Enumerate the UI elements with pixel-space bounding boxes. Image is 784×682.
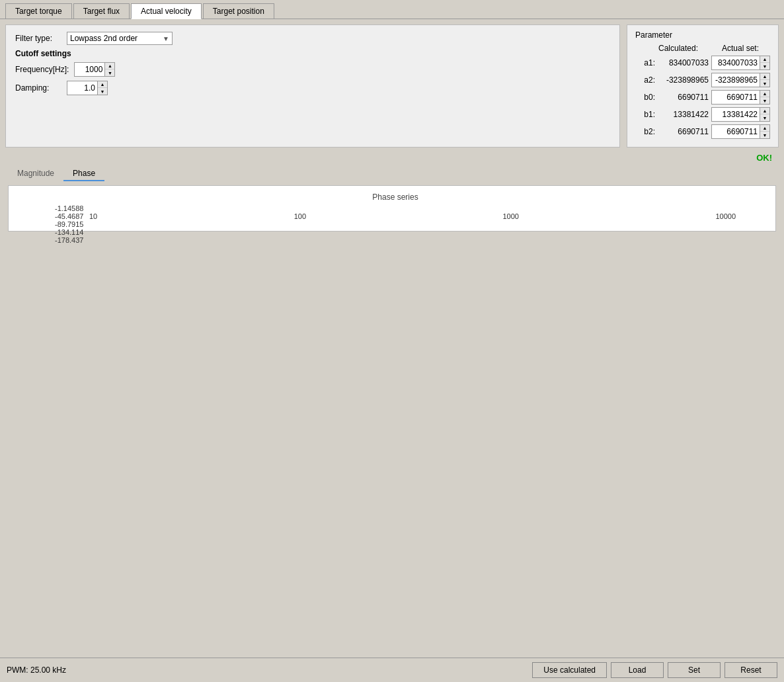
damping-spinner[interactable]: ▲ ▼ [97, 81, 107, 95]
y-label-0: -1.14588 [55, 204, 83, 212]
param-input-wrap-2[interactable]: ▲ ▼ [711, 90, 770, 105]
top-panel: Filter type: Lowpass 2nd order ▼ Cutoff … [5, 24, 779, 148]
parameter-title: Parameter [635, 30, 770, 40]
parameter-box: Parameter Calculated: Actual set: a1: 83… [627, 24, 779, 148]
x-label-1: 100 [294, 212, 306, 220]
damping-down-btn[interactable]: ▼ [98, 88, 107, 95]
param-up-1[interactable]: ▲ [760, 73, 769, 80]
tab-target-position[interactable]: Target position [203, 3, 274, 19]
param-up-0[interactable]: ▲ [760, 56, 769, 63]
load-button[interactable]: Load [611, 662, 664, 678]
param-calc-1: -323898965 [658, 75, 709, 85]
param-down-2[interactable]: ▼ [760, 97, 769, 104]
param-down-1[interactable]: ▼ [760, 80, 769, 87]
param-input-4[interactable] [712, 126, 760, 137]
param-calc-4: 6690711 [658, 127, 709, 136]
chart-tab-magnitude[interactable]: Magnitude [8, 167, 63, 181]
chart-container: Phase series -1.14588 -45.4687 -89.7915 … [8, 185, 776, 232]
frequency-up-btn[interactable]: ▲ [105, 63, 114, 69]
param-row-2: b0: 6690711 ▲ ▼ [635, 90, 770, 105]
param-spinner-2[interactable]: ▲ ▼ [760, 91, 769, 104]
tab-target-torque[interactable]: Target torque [5, 3, 72, 19]
param-spinner-0[interactable]: ▲ ▼ [760, 56, 769, 69]
param-row-4: b2: 6690711 ▲ ▼ [635, 124, 770, 139]
filter-type-value: Lowpass 2nd order [70, 34, 163, 43]
ok-label: OK! [5, 153, 779, 163]
param-up-4[interactable]: ▲ [760, 125, 769, 132]
param-name-4: b2: [635, 127, 655, 136]
frequency-input-wrapper[interactable]: ▲ ▼ [74, 62, 115, 77]
tab-actual-velocity[interactable]: Actual velocity [131, 3, 202, 19]
param-input-3[interactable] [712, 109, 760, 120]
filter-type-row: Filter type: Lowpass 2nd order ▼ [15, 32, 610, 45]
parameter-rows: a1: 834007033 ▲ ▼ a2: -323898965 ▲ ▼ b0:… [635, 56, 770, 139]
set-button[interactable]: Set [668, 662, 721, 678]
param-calc-2: 6690711 [658, 93, 709, 102]
chart-wrap: Phase series -1.14588 -45.4687 -89.7915 … [5, 185, 779, 652]
bottom-bar: PWM: 25.00 kHz Use calculated Load Set R… [0, 658, 784, 682]
frequency-label: Frequency[Hz]: [15, 65, 69, 74]
x-label-0: 10 [89, 212, 97, 220]
frequency-row: Frequency[Hz]: ▲ ▼ [15, 62, 610, 77]
damping-row: Damping: ▲ ▼ [15, 81, 610, 95]
chart-tabs: Magnitude Phase [8, 167, 779, 181]
x-label-3: 10000 [715, 212, 736, 220]
param-down-0[interactable]: ▼ [760, 63, 769, 69]
content-area: Filter type: Lowpass 2nd order ▼ Cutoff … [0, 19, 784, 658]
y-label-4: -178.437 [55, 236, 83, 244]
damping-input[interactable] [67, 83, 97, 93]
param-input-wrap-4[interactable]: ▲ ▼ [711, 124, 770, 139]
param-row-3: b1: 13381422 ▲ ▼ [635, 107, 770, 122]
use-calculated-button[interactable]: Use calculated [532, 662, 607, 678]
filter-box: Filter type: Lowpass 2nd order ▼ Cutoff … [5, 24, 620, 148]
frequency-spinner[interactable]: ▲ ▼ [104, 63, 114, 76]
param-spinner-3[interactable]: ▲ ▼ [760, 108, 769, 121]
dropdown-arrow-icon: ▼ [163, 35, 169, 42]
param-input-wrap-3[interactable]: ▲ ▼ [711, 107, 770, 122]
param-input-0[interactable] [712, 58, 760, 68]
param-spinner-4[interactable]: ▲ ▼ [760, 125, 769, 138]
param-row-1: a2: -323898965 ▲ ▼ [635, 73, 770, 87]
param-up-2[interactable]: ▲ [760, 91, 769, 97]
bottom-buttons: Use calculated Load Set Reset [532, 662, 777, 678]
param-input-2[interactable] [712, 92, 760, 103]
x-label-2: 1000 [502, 212, 518, 220]
frequency-input[interactable] [75, 64, 104, 75]
chart-title: Phase series [55, 192, 736, 202]
frequency-down-btn[interactable]: ▼ [105, 69, 114, 76]
param-up-3[interactable]: ▲ [760, 108, 769, 114]
param-name-1: a2: [635, 75, 655, 85]
filter-type-label: Filter type: [15, 34, 61, 43]
filter-type-select[interactable]: Lowpass 2nd order ▼ [67, 32, 173, 45]
cutoff-section-label: Cutoff settings [15, 49, 610, 58]
param-name-2: b0: [635, 93, 655, 102]
pwm-label: PWM: 25.00 kHz [7, 665, 532, 675]
y-label-1: -45.4687 [55, 212, 83, 220]
param-spinner-1[interactable]: ▲ ▼ [760, 73, 769, 87]
param-down-4[interactable]: ▼ [760, 132, 769, 138]
param-calc-0: 834007033 [658, 58, 709, 67]
param-calc-3: 13381422 [658, 110, 709, 119]
param-input-1[interactable] [712, 75, 760, 85]
y-label-3: -134.114 [55, 228, 83, 236]
damping-input-wrapper[interactable]: ▲ ▼ [67, 81, 108, 95]
tabs-bar: Target torque Target flux Actual velocit… [0, 0, 784, 19]
param-name-0: a1: [635, 58, 655, 67]
parameter-headers: Calculated: Actual set: [635, 44, 770, 53]
param-down-3[interactable]: ▼ [760, 114, 769, 121]
chart-tab-phase[interactable]: Phase [63, 167, 104, 181]
y-label-2: -89.7915 [55, 220, 83, 228]
calculated-header: Calculated: [648, 44, 708, 53]
param-input-wrap-1[interactable]: ▲ ▼ [711, 73, 770, 87]
x-axis: 10 100 1000 10000 [89, 212, 736, 220]
param-row-0: a1: 834007033 ▲ ▼ [635, 56, 770, 70]
damping-up-btn[interactable]: ▲ [98, 81, 107, 88]
param-input-wrap-0[interactable]: ▲ ▼ [711, 56, 770, 70]
actual-header: Actual set: [711, 44, 770, 53]
tab-target-flux[interactable]: Target flux [73, 3, 130, 19]
reset-button[interactable]: Reset [725, 662, 777, 678]
damping-label: Damping: [15, 83, 61, 93]
param-name-3: b1: [635, 110, 655, 119]
